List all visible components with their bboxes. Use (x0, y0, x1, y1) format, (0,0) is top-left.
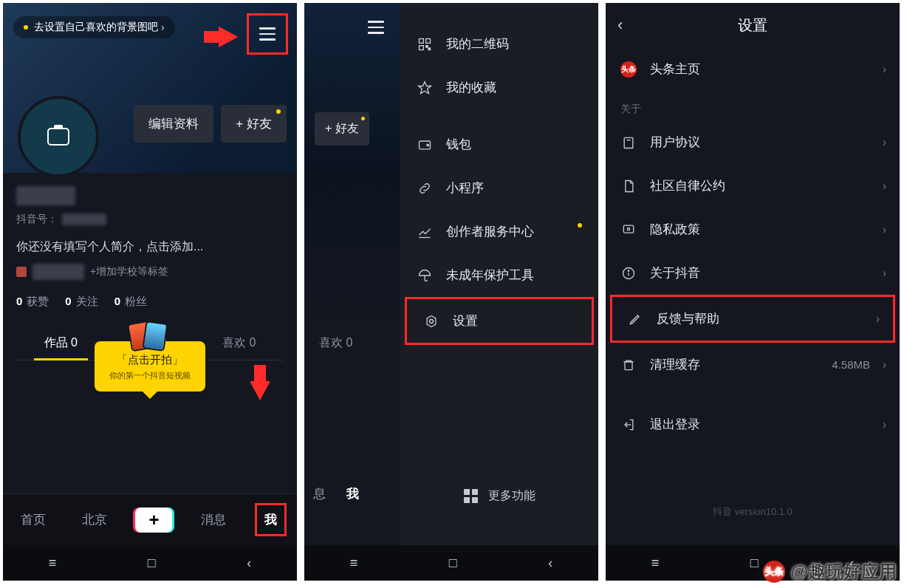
back-icon[interactable]: ‹ (617, 16, 623, 35)
settings-about-app[interactable]: 关于抖音 › (606, 251, 900, 295)
sys-recent-icon[interactable]: ≡ (49, 555, 57, 571)
dot-icon (578, 223, 582, 228)
nav-city[interactable]: 北京 (75, 505, 114, 534)
tag-icon (16, 267, 27, 277)
link-icon (417, 180, 433, 196)
settings-community[interactable]: 社区自律公约 › (606, 164, 900, 208)
annotation-arrow-right (219, 27, 238, 47)
profile-body: 抖音号： 你还没有填写个人简介，点击添加... +增加学校等标签 0获赞 0关注… (3, 173, 297, 493)
book-icon (620, 135, 637, 150)
hamburger-icon[interactable] (368, 21, 400, 34)
svg-marker-8 (427, 315, 436, 327)
set-bg-pill[interactable]: 去设置自己喜欢的背景图吧 › (13, 16, 175, 38)
stat-fans[interactable]: 0粉丝 (114, 295, 147, 309)
umbrella-icon (417, 267, 433, 284)
add-tag-button[interactable]: +增加学校等标签 (90, 265, 168, 278)
svg-rect-4 (428, 48, 431, 50)
edit-profile-button[interactable]: 编辑资料 (134, 105, 213, 143)
hamburger-icon (259, 27, 275, 41)
username-blurred (16, 186, 75, 205)
drawer-miniapp[interactable]: 小程序 (400, 166, 598, 210)
douyin-id-row: 抖音号： (16, 213, 284, 226)
watermark: 头条 @趣玩好应用 (763, 560, 897, 584)
photo-deco-icon (135, 324, 165, 349)
sys-recent-icon[interactable]: ≡ (651, 555, 660, 571)
tag-row: +增加学校等标签 (16, 264, 284, 280)
dot-icon (24, 25, 28, 30)
sys-home-icon[interactable]: □ (148, 555, 156, 571)
svg-rect-1 (426, 38, 431, 43)
profile-header: 去设置自己喜欢的背景图吧 › 编辑资料 + 好友 (3, 3, 297, 173)
tab-likes[interactable]: 喜欢 0 (194, 327, 284, 360)
document-icon (620, 179, 637, 194)
dot-icon (276, 109, 281, 114)
settings-feedback-highlight[interactable]: 反馈与帮助 › (610, 295, 895, 343)
tag-blurred (32, 264, 84, 280)
drawer-more[interactable]: 更多功能 (400, 488, 598, 504)
settings-toutiao[interactable]: 头条 头条主页 › (606, 47, 900, 91)
drawer-underlay: + 好友 喜欢 0 息 我 (304, 3, 400, 545)
svg-rect-12 (623, 225, 633, 233)
settings-agreement[interactable]: 用户协议 › (606, 120, 900, 164)
stat-likes[interactable]: 0获赞 (16, 295, 49, 309)
drawer-wallet[interactable]: 钱包 (400, 123, 598, 166)
toutiao-logo-icon: 头条 (763, 561, 785, 583)
svg-marker-5 (419, 81, 431, 93)
svg-rect-10 (624, 137, 633, 148)
add-friend-button[interactable]: + 好友 (315, 112, 369, 146)
avatar[interactable] (18, 96, 99, 177)
chevron-right-icon: › (876, 312, 880, 326)
settings-logout[interactable]: 退出登录 › (606, 403, 900, 446)
set-bg-text: 去设置自己喜欢的背景图吧 (34, 21, 158, 34)
douyin-id-label: 抖音号： (16, 213, 58, 226)
chevron-right-icon: › (883, 223, 886, 236)
svg-rect-3 (426, 45, 428, 47)
stat-following[interactable]: 0关注 (65, 295, 97, 309)
drawer-creator[interactable]: 创作者服务中心 (400, 210, 598, 253)
nav-messages[interactable]: 消息 (194, 505, 233, 534)
nav-record-button[interactable]: + (135, 507, 172, 533)
screen-settings: ‹ 设置 头条 头条主页 › 关于 用户协议 › 社区自律公约 › 隐私政策 ›… (606, 3, 900, 581)
screen-profile: 去设置自己喜欢的背景图吧 › 编辑资料 + 好友 抖音号： 你还没有填写个人简介… (3, 3, 297, 581)
camera-icon (47, 128, 69, 146)
bio-text[interactable]: 你还没有填写个人简介，点击添加... (16, 239, 284, 255)
pencil-icon (627, 312, 643, 327)
watermark-text: @趣玩好应用 (791, 560, 897, 584)
chevron-right-icon: › (883, 136, 886, 149)
cache-size: 4.58MB (832, 358, 870, 371)
settings-title: 设置 (738, 16, 767, 35)
add-friend-button[interactable]: + 好友 (221, 105, 287, 143)
drawer-settings-highlight[interactable]: 设置 (405, 297, 594, 345)
settings-privacy[interactable]: 隐私政策 › (606, 208, 900, 251)
tooltip-sub: 你的第一个抖音短视频 (103, 370, 196, 381)
svg-point-16 (628, 270, 629, 271)
drawer-minor-protect[interactable]: 未成年保护工具 (400, 253, 598, 297)
chart-icon (417, 224, 433, 240)
sys-back-icon[interactable]: ‹ (548, 555, 552, 571)
svg-point-9 (430, 319, 434, 323)
drawer-qrcode[interactable]: 我的二维码 (400, 22, 598, 66)
tab-works[interactable]: 作品 0 (16, 327, 106, 360)
nav-me-highlight[interactable]: 我 (255, 503, 287, 536)
nav-home[interactable]: 首页 (13, 505, 53, 534)
gear-icon (423, 313, 439, 329)
sys-home-icon[interactable]: □ (750, 555, 759, 571)
star-icon (417, 80, 433, 96)
douyin-id-blurred (62, 213, 106, 225)
wallet-icon (417, 137, 433, 153)
settings-clear-cache[interactable]: 清理缓存 4.58MB › (606, 343, 900, 386)
stats-row: 0获赞 0关注 0粉丝 (16, 295, 284, 309)
sys-recent-icon[interactable]: ≡ (350, 555, 358, 571)
profile-action-row: 编辑资料 + 好友 (134, 105, 287, 143)
sys-back-icon[interactable]: ‹ (247, 555, 251, 571)
svg-rect-0 (420, 38, 424, 43)
drawer-favorites[interactable]: 我的收藏 (400, 66, 598, 109)
tooltip-title: 「点击开拍」 (103, 353, 196, 367)
logout-icon (620, 417, 637, 432)
menu-button-highlight[interactable] (247, 13, 288, 55)
chevron-right-icon: › (883, 358, 886, 372)
sys-home-icon[interactable]: □ (449, 555, 457, 571)
nav-messages-partial: 息 我 (313, 485, 359, 502)
system-nav: ≡ □ ‹ (304, 545, 598, 581)
qrcode-icon (417, 36, 433, 52)
